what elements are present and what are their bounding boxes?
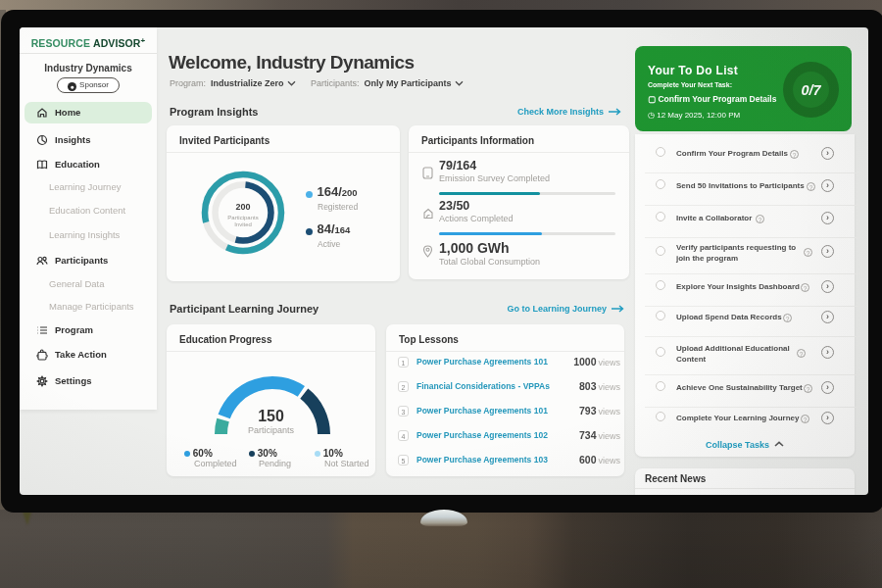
svg-text:Invited: Invited bbox=[234, 221, 252, 227]
svg-text:Participants: Participants bbox=[227, 215, 258, 220]
svg-text:200: 200 bbox=[235, 202, 250, 212]
